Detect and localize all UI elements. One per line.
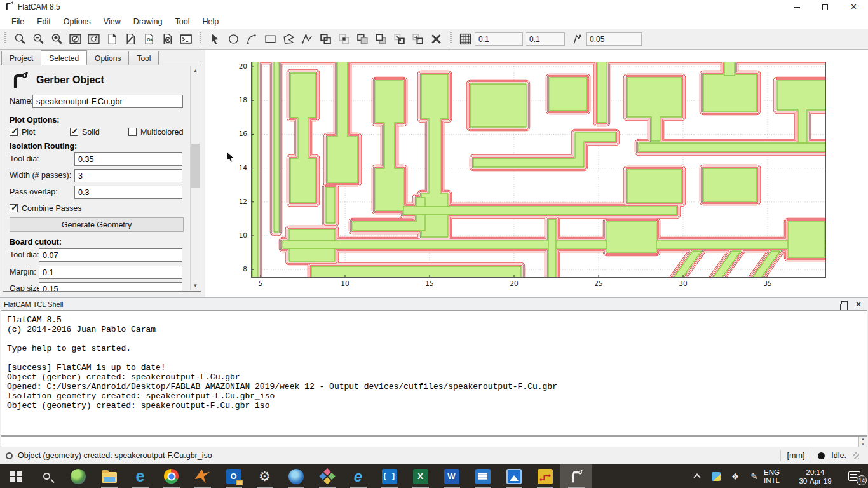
clear-plot-button[interactable] xyxy=(66,30,85,48)
grid-snap-x-input[interactable] xyxy=(475,32,523,46)
taskbar-internet-explorer-icon[interactable]: e xyxy=(342,464,374,488)
polygon-cut-button[interactable] xyxy=(372,30,390,48)
taskbar-browser-globe-icon[interactable] xyxy=(62,464,93,488)
draw-polygon-button[interactable] xyxy=(280,30,298,48)
copy-objects-button[interactable] xyxy=(409,30,427,48)
tray-dropbox-icon[interactable]: ❖ xyxy=(726,464,745,488)
taskbar-brackets-icon[interactable]: [ ] xyxy=(374,464,405,488)
menu-options[interactable]: Options xyxy=(57,15,97,28)
taskbar-origami-bird-icon[interactable] xyxy=(187,464,218,488)
move-objects-button[interactable] xyxy=(390,30,409,48)
toolbar-grip[interactable] xyxy=(4,32,6,46)
polygon-intersection-button[interactable] xyxy=(335,30,353,48)
grid-snap-y-input[interactable] xyxy=(526,32,565,46)
cutout-gap-input[interactable] xyxy=(39,282,182,292)
max-distance-input[interactable] xyxy=(586,32,642,46)
draw-path-button[interactable] xyxy=(298,30,316,48)
iso-width-input[interactable] xyxy=(74,169,182,182)
menu-help[interactable]: Help xyxy=(196,15,225,28)
draw-circle-button[interactable] xyxy=(224,30,243,48)
toolbar-grip[interactable] xyxy=(200,32,201,46)
open-project-button[interactable] xyxy=(121,30,140,48)
tray-chevron-icon[interactable] xyxy=(688,464,707,488)
taskbar-google-earth-icon[interactable] xyxy=(280,464,311,488)
zoom-out-button[interactable] xyxy=(29,30,48,48)
draw-arc-button[interactable] xyxy=(243,30,261,48)
dock-close-button[interactable]: ✕ xyxy=(855,301,862,308)
shell-output[interactable]: FlatCAM 8.5(c) 2014-2016 Juan Pablo Cara… xyxy=(1,310,867,436)
taskbar-word-icon[interactable]: W xyxy=(436,464,467,488)
scroll-down-icon[interactable]: ▼ xyxy=(859,442,867,447)
panel-scrollbar[interactable]: ▲ ▼ xyxy=(190,66,200,290)
multicolored-checkbox[interactable]: Multicolored xyxy=(128,128,183,137)
scroll-thumb[interactable] xyxy=(191,144,200,188)
shell-button[interactable] xyxy=(177,30,195,48)
menu-tool[interactable]: Tool xyxy=(169,15,196,28)
tab-tool[interactable]: Tool xyxy=(128,51,159,65)
shell-dock-titlebar[interactable]: FlatCAM TCL Shell ✕ xyxy=(0,298,868,310)
taskbar-start-icon[interactable] xyxy=(0,464,31,488)
language-indicator[interactable]: ENG INTL xyxy=(764,468,790,485)
minimize-button[interactable] xyxy=(782,0,811,14)
taskbar-settings-icon[interactable]: ⚙ xyxy=(249,464,280,488)
taskbar-chrome-icon[interactable] xyxy=(156,464,187,488)
select-button[interactable] xyxy=(206,30,224,48)
iso-tool-dia-input[interactable] xyxy=(74,152,182,166)
close-button[interactable]: ✕ xyxy=(839,0,868,14)
plot-area[interactable]: 51015202530358101214161820 xyxy=(205,50,868,297)
clock[interactable]: 20:14 30-Apr-19 xyxy=(790,468,840,485)
solid-checkbox[interactable]: Solid xyxy=(70,128,100,137)
name-input[interactable] xyxy=(32,95,183,108)
taskbar-photos-icon[interactable] xyxy=(498,464,529,488)
plot-checkbox[interactable]: Plot xyxy=(10,128,36,137)
taskbar-file-explorer-icon[interactable] xyxy=(93,464,125,488)
scroll-up-icon[interactable]: ▲ xyxy=(859,437,867,442)
taskbar-search-icon[interactable] xyxy=(31,464,62,488)
menu-file[interactable]: File xyxy=(5,15,31,28)
shell-command-input[interactable]: ▲ ▼ xyxy=(1,436,867,447)
menu-edit[interactable]: Edit xyxy=(31,15,57,28)
scroll-up-icon[interactable]: ▲ xyxy=(191,66,200,76)
tray-app-icon[interactable] xyxy=(707,464,726,488)
delete-shape-button[interactable] xyxy=(427,30,445,48)
maximize-button[interactable] xyxy=(811,0,839,14)
new-project-button[interactable] xyxy=(103,30,121,48)
menu-drawing[interactable]: Drawing xyxy=(127,15,169,28)
iso-overlap-input[interactable] xyxy=(74,186,182,199)
taskbar-excel-icon[interactable]: X xyxy=(405,464,436,488)
delete-object-button[interactable] xyxy=(158,30,177,48)
draw-rectangle-button[interactable] xyxy=(261,30,280,48)
tab-selected[interactable]: Selected xyxy=(41,50,87,65)
resize-grip[interactable] xyxy=(853,452,859,459)
taskbar-design-app-icon[interactable] xyxy=(311,464,342,488)
taskbar-edge-icon[interactable]: e xyxy=(125,464,156,488)
zoom-fit-button[interactable] xyxy=(11,30,29,48)
corner-snap-toggle[interactable] xyxy=(567,30,586,48)
units-indicator[interactable]: [mm] xyxy=(787,451,805,460)
shell-scrollbar[interactable]: ▲ ▼ xyxy=(858,437,867,447)
toolbar-grip[interactable] xyxy=(450,32,452,46)
taskbar-gerber-viewer-icon[interactable] xyxy=(529,464,560,488)
scroll-down-icon[interactable]: ▼ xyxy=(191,281,200,290)
run-script-button[interactable]: Ok xyxy=(140,30,158,48)
menu-view[interactable]: View xyxy=(97,15,127,28)
generate-geometry-button[interactable]: Generate Geometry xyxy=(10,217,184,232)
grid-snap-toggle[interactable] xyxy=(456,30,475,48)
tray-pen-icon[interactable]: ✎ xyxy=(745,464,764,488)
combine-passes-checkbox[interactable]: Combine Passes xyxy=(10,204,82,213)
replot-button[interactable] xyxy=(85,30,103,48)
cutout-margin-input[interactable] xyxy=(39,266,182,279)
taskbar-outlook-icon[interactable]: O xyxy=(218,464,249,488)
cutout-tool-dia-input[interactable] xyxy=(39,248,182,262)
tab-options[interactable]: Options xyxy=(86,51,129,65)
zoom-in-button[interactable] xyxy=(48,30,66,48)
notification-center[interactable]: 14 xyxy=(840,464,868,488)
plot-canvas[interactable] xyxy=(251,62,826,278)
dock-float-button[interactable] xyxy=(841,301,848,307)
y-tick-label: 12 xyxy=(229,198,247,205)
tab-project[interactable]: Project xyxy=(1,51,41,65)
polygon-subtract-button[interactable] xyxy=(353,30,372,48)
taskbar-flatcam-icon[interactable] xyxy=(560,464,592,488)
polygon-union-button[interactable] xyxy=(316,30,335,48)
taskbar-powerpoint-icon[interactable] xyxy=(467,464,498,488)
